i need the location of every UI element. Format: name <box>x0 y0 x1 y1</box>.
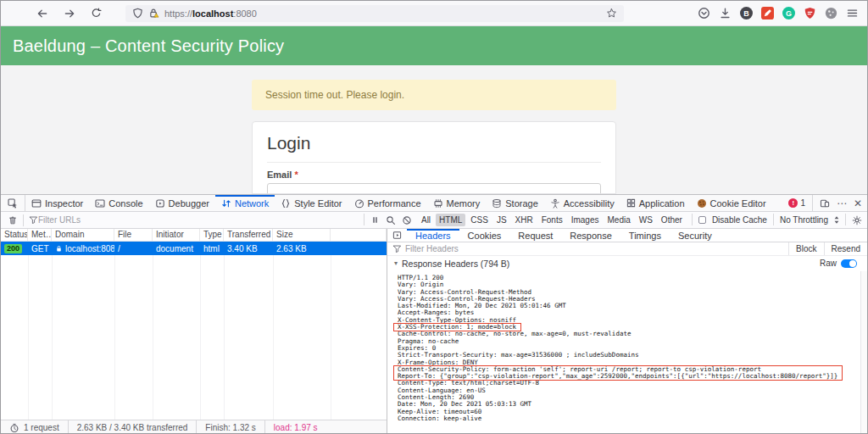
bitwarden-icon[interactable]: B <box>740 7 753 19</box>
tool-tab-label: Application <box>639 198 685 209</box>
lock-warning-icon[interactable] <box>148 8 159 19</box>
column-header-status[interactable]: Status <box>1 229 28 241</box>
column-separator <box>114 255 115 420</box>
details-tab-security[interactable]: Security <box>670 229 721 242</box>
details-tab-headers[interactable]: Headers <box>407 229 459 242</box>
required-mark: * <box>294 170 298 180</box>
pocket-icon[interactable] <box>698 7 710 19</box>
grammarly-icon[interactable]: G <box>782 7 795 19</box>
alert-text: Session time out. Please login. <box>265 89 404 101</box>
finish-time: Finish: 1.32 s <box>197 420 264 434</box>
block-button[interactable]: Block <box>788 242 823 255</box>
browser-toolbar: https://localhost:8080 B G <box>1 1 867 26</box>
type-filter-images[interactable]: Images <box>568 214 603 226</box>
tool-tab-label: Debugger <box>169 198 209 209</box>
column-header-transferred[interactable]: Transferred <box>224 229 273 241</box>
accessibility-icon <box>550 198 560 209</box>
resend-button[interactable]: Resend <box>824 242 867 255</box>
request-row[interactable]: 200GETlocalhost:8080/documenthtml3.40 KB… <box>1 242 387 255</box>
raw-toggle[interactable] <box>841 259 857 268</box>
forward-icon[interactable] <box>64 8 75 19</box>
column-header-size[interactable]: Size <box>273 229 331 241</box>
block-icon[interactable] <box>402 215 412 225</box>
shield-icon[interactable] <box>132 8 143 19</box>
throttling-select[interactable]: No Throttling <box>780 215 828 225</box>
cell-status: 200 <box>1 244 28 253</box>
cookie-extension-icon[interactable] <box>825 7 837 19</box>
column-header-domain[interactable]: Domain <box>52 229 114 241</box>
type-filter-html[interactable]: HTML <box>436 214 465 226</box>
tool-tab-cookie-editor[interactable]: Cookie Editor <box>691 195 772 211</box>
tool-tab-accessibility[interactable]: Accessibility <box>544 195 620 211</box>
url-bar[interactable]: https://localhost:8080 <box>125 5 624 22</box>
load-time: load: 1.97 s <box>265 420 326 434</box>
bookmark-star-icon[interactable] <box>606 8 617 19</box>
type-filter-all[interactable]: All <box>418 214 434 226</box>
details-tab-request[interactable]: Request <box>509 229 561 242</box>
pick-element-icon[interactable] <box>1 195 25 211</box>
storage-icon <box>492 198 502 209</box>
tool-tab-inspector[interactable]: Inspector <box>25 195 89 211</box>
devtools-close-icon[interactable]: ✕ <box>854 198 862 209</box>
search-icon[interactable] <box>386 215 396 225</box>
tool-tab-debugger[interactable]: Debugger <box>149 195 215 211</box>
column-header-type[interactable]: Type <box>200 229 224 241</box>
tool-tab-performance[interactable]: Performance <box>348 195 427 211</box>
filter-headers-input[interactable] <box>405 244 575 253</box>
clear-requests-icon[interactable] <box>1 215 18 225</box>
type-filter-css[interactable]: CSS <box>467 214 492 226</box>
network-statusbar: 1 request 2.63 KB / 3.40 KB transferred … <box>1 420 387 434</box>
collapse-twisty-icon[interactable]: ▾ <box>394 259 398 267</box>
tool-tab-storage[interactable]: Storage <box>486 195 544 211</box>
pause-icon[interactable] <box>370 215 380 225</box>
details-tab-response[interactable]: Response <box>561 229 620 242</box>
tool-tab-console[interactable]: Console <box>89 195 148 211</box>
network-settings-gear-icon[interactable] <box>852 215 862 225</box>
column-separator <box>153 255 153 420</box>
tool-tab-application[interactable]: Application <box>620 195 691 211</box>
type-filter-ws[interactable]: WS <box>636 214 656 226</box>
error-icon: ! <box>788 198 798 208</box>
details-tab-cookies[interactable]: Cookies <box>459 229 510 242</box>
details-scrollbar[interactable] <box>860 271 867 434</box>
toolbox-tabs: InspectorConsoleDebuggerNetworkStyle Edi… <box>25 195 772 211</box>
expand-pane-icon[interactable] <box>387 229 407 242</box>
cell-domain: localhost:8080 <box>52 244 114 253</box>
headers-filter-row: Block Resend <box>387 242 867 256</box>
error-count-badge[interactable]: !1 <box>788 198 805 208</box>
responsive-design-icon[interactable] <box>820 198 830 209</box>
red-shield-extension-icon[interactable] <box>804 7 816 19</box>
red-pen-extension-icon[interactable] <box>761 7 774 19</box>
back-icon[interactable] <box>36 8 48 19</box>
lock-icon <box>55 245 63 253</box>
response-headers-section[interactable]: ▾ Response Headers (794 B) Raw <box>387 256 867 270</box>
details-tab-timings[interactable]: Timings <box>620 229 670 242</box>
cell-file: / <box>114 244 153 253</box>
devtools-menu-icon[interactable]: ⋯ <box>837 198 847 209</box>
type-filter-media[interactable]: Media <box>604 214 634 226</box>
download-icon[interactable] <box>719 7 732 19</box>
login-card: Login Email * <box>252 121 616 194</box>
disable-cache-checkbox[interactable] <box>698 216 706 224</box>
column-header-file[interactable]: File <box>114 229 153 241</box>
tool-tab-memory[interactable]: Memory <box>427 195 487 211</box>
menu-icon[interactable] <box>846 7 859 19</box>
tool-tab-style-editor[interactable]: Style Editor <box>275 195 348 211</box>
column-header-met-[interactable]: Met… <box>28 229 52 241</box>
column-separator <box>200 255 201 420</box>
filter-funnel-icon <box>29 215 38 225</box>
tool-tab-label: Accessibility <box>564 198 615 209</box>
tool-tab-network[interactable]: Network <box>215 195 275 211</box>
session-timeout-alert: Session time out. Please login. <box>252 80 616 110</box>
column-header-initiator[interactable]: Initiator <box>153 229 200 241</box>
email-field[interactable] <box>267 183 601 194</box>
filter-funnel-icon <box>392 244 402 253</box>
type-filter-fonts[interactable]: Fonts <box>538 214 566 226</box>
filter-urls-input[interactable] <box>38 215 318 225</box>
header-line: Connection: keep-alive <box>398 415 867 422</box>
reload-icon[interactable] <box>91 8 102 19</box>
type-filter-js[interactable]: JS <box>493 214 510 226</box>
type-filter-xhr[interactable]: XHR <box>512 214 537 226</box>
timer-icon <box>9 423 19 433</box>
type-filter-other[interactable]: Other <box>658 214 686 226</box>
